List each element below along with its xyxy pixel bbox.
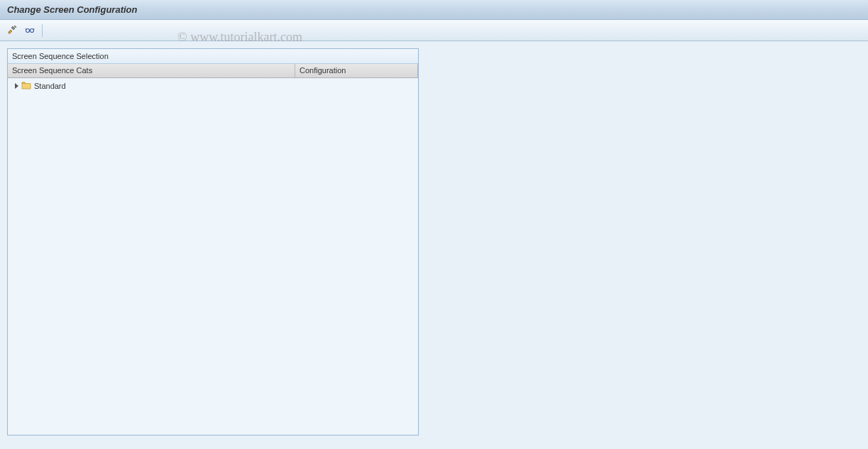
column-header-config[interactable]: Configuration	[295, 64, 418, 77]
tree-cell-cats: Standard	[8, 81, 295, 91]
tree-item-label: Standard	[34, 82, 66, 90]
tree-body: Standard	[8, 78, 418, 435]
toolbar-separator	[42, 24, 43, 37]
wrench-pencil-icon	[7, 24, 18, 37]
tree-grid: Screen Sequence Cats Configuration Stand…	[8, 64, 418, 435]
tree-row[interactable]: Standard	[8, 80, 418, 92]
screen-sequence-panel: Screen Sequence Selection Screen Sequenc…	[7, 48, 419, 436]
content-area: Screen Sequence Selection Screen Sequenc…	[0, 41, 868, 449]
folder-icon	[21, 81, 31, 91]
title-bar: Change Screen Configuration	[0, 0, 868, 20]
toolbar	[0, 20, 868, 41]
grid-header: Screen Sequence Cats Configuration	[8, 64, 418, 78]
svg-point-0	[26, 28, 30, 32]
expand-arrow-icon[interactable]	[15, 83, 18, 89]
edit-button[interactable]	[6, 23, 20, 38]
page-title: Change Screen Configuration	[7, 4, 137, 15]
svg-point-1	[31, 28, 34, 32]
column-header-cats[interactable]: Screen Sequence Cats	[8, 64, 295, 77]
panel-header: Screen Sequence Selection	[8, 49, 418, 64]
display-button[interactable]	[23, 23, 37, 38]
glasses-icon	[24, 24, 35, 37]
